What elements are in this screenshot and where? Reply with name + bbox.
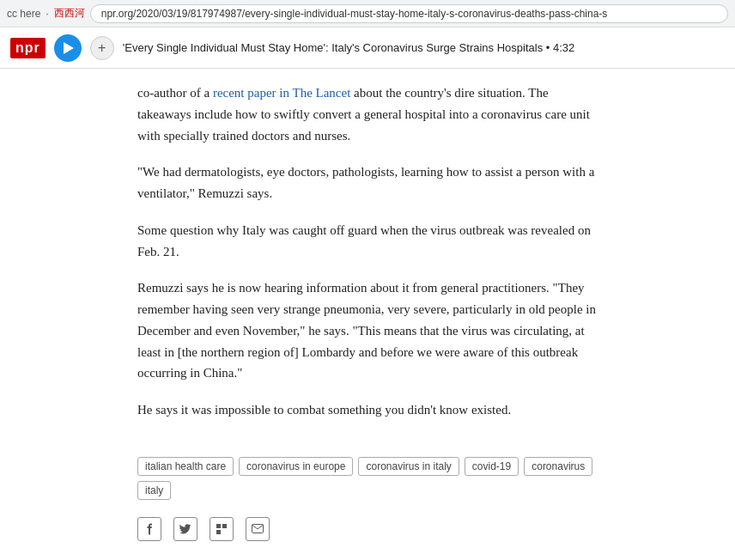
plus-icon: + (98, 40, 106, 56)
paragraph-1: co-author of a recent paper in The Lance… (137, 82, 598, 146)
tag-item[interactable]: coronavirus (524, 457, 592, 476)
play-button[interactable] (54, 34, 82, 62)
twitter-share-button[interactable] (173, 517, 197, 541)
npr-logo[interactable]: npr (10, 38, 46, 58)
paragraph-5: He says it was impossible to combat some… (137, 399, 598, 421)
paragraph-3: Some question why Italy was caught off g… (137, 220, 598, 263)
url-bar[interactable]: npr.org/2020/03/19/817974987/every-singl… (90, 4, 728, 23)
paragraph-2: "We had dermatologists, eye doctors, pat… (137, 161, 598, 204)
lancet-link[interactable]: recent paper in The Lancet (213, 86, 350, 100)
svg-rect-2 (216, 530, 221, 534)
article-title-header: 'Every Single Individual Must Stay Home'… (123, 41, 725, 54)
tag-item[interactable]: coronavirus in europe (239, 457, 353, 476)
tags-section: italian health carecoronavirus in europe… (0, 450, 735, 510)
chinese-text: 西西河 (54, 6, 85, 21)
tag-item[interactable]: italian health care (137, 457, 234, 476)
plus-button[interactable]: + (90, 36, 114, 60)
svg-rect-0 (216, 524, 221, 528)
email-share-button[interactable] (246, 517, 270, 541)
svg-rect-1 (222, 524, 227, 528)
play-icon (64, 42, 74, 54)
separator-dot: · (46, 8, 48, 20)
facebook-share-button[interactable] (137, 517, 161, 541)
tag-item[interactable]: covid-19 (465, 457, 519, 476)
tag-item[interactable]: coronavirus in italy (358, 457, 459, 476)
social-section (0, 510, 735, 555)
cc-label: cc here (7, 8, 40, 20)
article-body: co-author of a recent paper in The Lance… (0, 69, 735, 450)
paragraph-4: Remuzzi says he is now hearing informati… (137, 277, 598, 384)
flipboard-share-button[interactable] (210, 517, 234, 541)
header-duration: 4:32 (553, 41, 574, 54)
paragraph-1-text-before: co-author of a (137, 86, 213, 100)
tag-item[interactable]: italy (137, 481, 171, 500)
header-separator: • (546, 41, 553, 54)
npr-header: npr + 'Every Single Individual Must Stay… (0, 27, 735, 69)
header-title-text: 'Every Single Individual Must Stay Home'… (123, 41, 543, 54)
browser-bar: cc here · 西西河 npr.org/2020/03/19/8179749… (0, 0, 735, 27)
